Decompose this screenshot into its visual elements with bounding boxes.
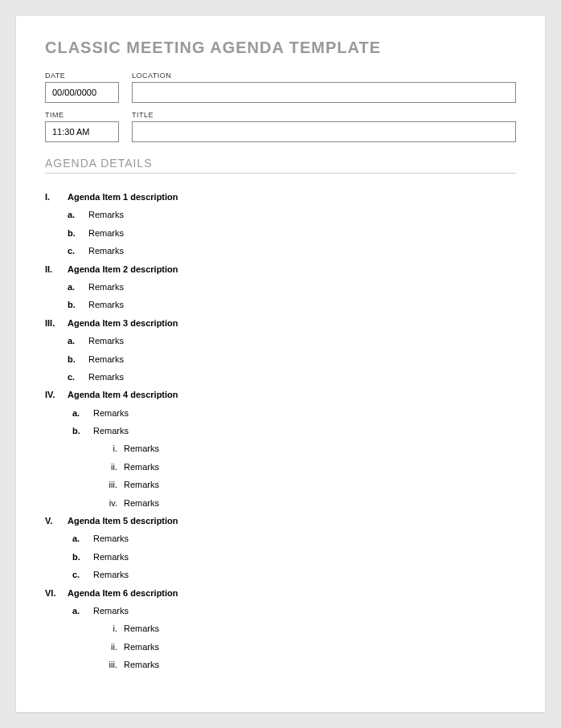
- agenda-item-4: V.Agenda Item 5 description: [45, 515, 516, 527]
- text: Remarks: [124, 623, 159, 635]
- location-field-group: LOCATION: [132, 72, 516, 103]
- text: Remarks: [124, 479, 159, 491]
- location-label: LOCATION: [132, 72, 516, 80]
- text: Remarks: [88, 245, 124, 257]
- agenda-remark-2-1: b.Remarks: [45, 354, 516, 366]
- page-title: CLASSIC MEETING AGENDA TEMPLATE: [45, 39, 516, 57]
- agenda-item-1: II.Agenda Item 2 description: [45, 264, 516, 276]
- agenda-remark-1-0: a.Remarks: [45, 281, 516, 293]
- text: Agenda Item 3 description: [68, 317, 178, 329]
- text: Agenda Item 5 description: [68, 515, 178, 527]
- time-input[interactable]: [45, 121, 119, 142]
- text: Remarks: [124, 497, 159, 509]
- text: Remarks: [88, 209, 124, 221]
- title-field-group: TITLE: [132, 111, 516, 142]
- agenda-remark-0-2: c.Remarks: [45, 245, 516, 257]
- marker: b.: [68, 354, 88, 366]
- text: Remarks: [124, 443, 159, 455]
- location-input[interactable]: [132, 82, 516, 103]
- marker: b.: [68, 227, 88, 239]
- document-page: CLASSIC MEETING AGENDA TEMPLATE DATE LOC…: [16, 16, 545, 712]
- text: Agenda Item 1 description: [68, 191, 178, 203]
- time-field-group: TIME: [45, 111, 119, 142]
- agenda-remark-4-2: c.Remarks: [45, 569, 516, 581]
- agenda-remark-4-0: a.Remarks: [45, 533, 516, 545]
- agenda-remark-4-1: b.Remarks: [45, 551, 516, 563]
- text: Remarks: [88, 354, 124, 366]
- text: Remarks: [93, 551, 129, 563]
- text: Remarks: [93, 605, 129, 617]
- title-label: TITLE: [132, 111, 516, 119]
- date-field-group: DATE: [45, 72, 119, 103]
- agenda-sub-5-0-0: i.Remarks: [45, 623, 516, 635]
- text: Agenda Item 4 description: [68, 389, 178, 401]
- marker: a.: [68, 281, 88, 293]
- text: Remarks: [124, 461, 159, 473]
- text: Remarks: [93, 569, 129, 581]
- agenda-sub-5-0-2: iii.Remarks: [45, 659, 516, 671]
- marker: a.: [72, 407, 93, 419]
- agenda-item-2: III.Agenda Item 3 description: [45, 317, 516, 329]
- agenda-item-3: IV.Agenda Item 4 description: [45, 389, 516, 401]
- marker: b.: [72, 425, 93, 437]
- fields-row-2: TIME TITLE: [45, 111, 516, 142]
- agenda-sub-5-0-1: ii.Remarks: [45, 641, 516, 653]
- marker: V.: [45, 515, 68, 527]
- agenda-remark-0-1: b.Remarks: [45, 227, 516, 239]
- marker: iii.: [103, 479, 124, 491]
- marker: ii.: [103, 461, 124, 473]
- marker: I.: [45, 191, 68, 203]
- text: Remarks: [124, 641, 159, 653]
- agenda-remark-5-0: a.Remarks: [45, 605, 516, 617]
- time-label: TIME: [45, 111, 119, 119]
- marker: c.: [72, 569, 93, 581]
- text: Agenda Item 6 description: [68, 587, 178, 599]
- marker: a.: [72, 533, 93, 545]
- agenda-remark-3-1: b.Remarks: [45, 425, 516, 437]
- text: Remarks: [88, 227, 124, 239]
- title-input[interactable]: [132, 121, 516, 142]
- agenda-sub-3-1-1: ii.Remarks: [45, 461, 516, 473]
- text: Remarks: [88, 299, 124, 311]
- marker: i.: [103, 443, 124, 455]
- agenda-item-0: I.Agenda Item 1 description: [45, 191, 516, 203]
- text: Remarks: [88, 371, 124, 383]
- text: Remarks: [88, 281, 124, 293]
- marker: iv.: [103, 497, 124, 509]
- date-label: DATE: [45, 72, 119, 80]
- text: Remarks: [124, 659, 159, 671]
- agenda-sub-3-1-0: i.Remarks: [45, 443, 516, 455]
- agenda-details-header: AGENDA DETAILS: [45, 157, 516, 174]
- marker: c.: [68, 245, 88, 257]
- marker: b.: [68, 299, 88, 311]
- agenda-remark-3-0: a.Remarks: [45, 407, 516, 419]
- marker: iii.: [103, 659, 124, 671]
- text: Remarks: [93, 533, 129, 545]
- marker: a.: [72, 605, 93, 617]
- marker: i.: [103, 623, 124, 635]
- text: Remarks: [93, 407, 129, 419]
- agenda-item-5: VI.Agenda Item 6 description: [45, 587, 516, 599]
- marker: IV.: [45, 389, 68, 401]
- text: Remarks: [88, 335, 124, 347]
- marker: b.: [72, 551, 93, 563]
- agenda-list: I.Agenda Item 1 descriptiona.Remarksb.Re…: [45, 191, 516, 672]
- marker: II.: [45, 264, 68, 276]
- marker: III.: [45, 317, 68, 329]
- marker: a.: [68, 209, 88, 221]
- marker: VI.: [45, 587, 68, 599]
- marker: a.: [68, 335, 88, 347]
- agenda-remark-1-1: b.Remarks: [45, 299, 516, 311]
- text: Agenda Item 2 description: [68, 264, 178, 276]
- marker: ii.: [103, 641, 124, 653]
- agenda-remark-2-2: c.Remarks: [45, 371, 516, 383]
- text: Remarks: [93, 425, 129, 437]
- agenda-remark-2-0: a.Remarks: [45, 335, 516, 347]
- agenda-remark-0-0: a.Remarks: [45, 209, 516, 221]
- marker: c.: [68, 371, 88, 383]
- agenda-sub-3-1-2: iii.Remarks: [45, 479, 516, 491]
- fields-row-1: DATE LOCATION: [45, 72, 516, 103]
- agenda-sub-3-1-3: iv.Remarks: [45, 497, 516, 509]
- date-input[interactable]: [45, 82, 119, 103]
